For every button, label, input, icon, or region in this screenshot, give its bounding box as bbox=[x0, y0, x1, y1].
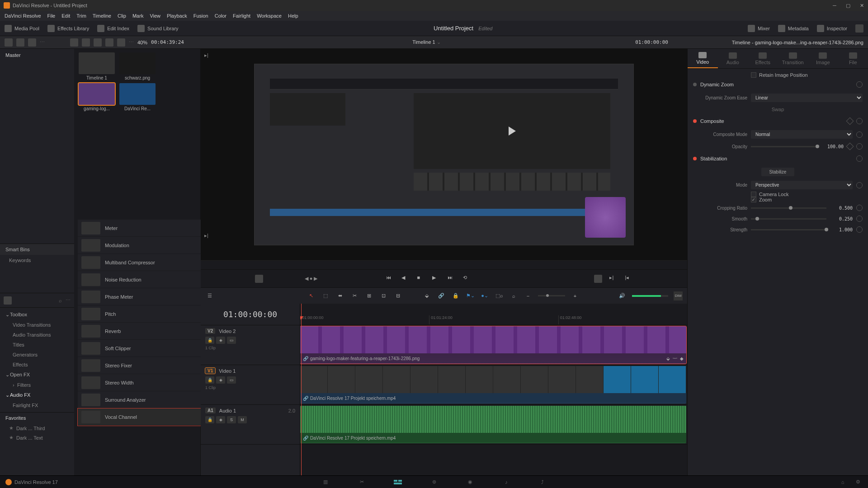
deliver-page-icon[interactable]: ⤴ bbox=[538, 479, 547, 486]
sort-icon[interactable] bbox=[117, 38, 125, 47]
mixer-toggle[interactable]: Mixer bbox=[748, 25, 770, 32]
nav-back-icon[interactable] bbox=[16, 38, 24, 47]
composite-enable[interactable] bbox=[693, 119, 697, 123]
mute-icon[interactable]: 🔊 bbox=[618, 291, 627, 300]
fx-search-icon[interactable]: ⌕ bbox=[59, 298, 62, 303]
fx-cat-filters[interactable]: ›Filters bbox=[0, 380, 74, 390]
zoom-in-icon[interactable]: + bbox=[571, 291, 580, 300]
opacity-value[interactable]: 100.00 bbox=[821, 144, 844, 149]
fav-dark-third[interactable]: ★Dark ... Third bbox=[0, 423, 74, 433]
search-icon[interactable] bbox=[105, 38, 113, 47]
a1-solo-button[interactable]: S bbox=[227, 416, 236, 423]
fx-panel-icon[interactable] bbox=[4, 296, 12, 305]
zoom-out-icon[interactable]: − bbox=[524, 291, 533, 300]
effects-library-toggle[interactable]: Effects Library bbox=[47, 25, 89, 32]
close-button[interactable]: ✕ bbox=[859, 3, 864, 8]
dim-button[interactable]: DIM bbox=[674, 291, 683, 300]
prev-frame-button[interactable]: ◀ bbox=[401, 275, 410, 283]
fx-stereo-fixer[interactable]: Stereo Fixer bbox=[78, 357, 204, 374]
home-icon[interactable]: ⌂ bbox=[838, 479, 847, 486]
menu-playback[interactable]: Playback bbox=[167, 13, 187, 19]
bin-view-icon[interactable] bbox=[5, 38, 13, 47]
menu-file[interactable]: File bbox=[47, 13, 56, 19]
cropping-ratio-value[interactable]: 0.500 bbox=[830, 206, 853, 211]
zoom-search-icon[interactable]: ⬚⌕ bbox=[495, 291, 504, 300]
v1-lock-button[interactable]: 🔒 bbox=[205, 376, 214, 384]
clip-davinci-video[interactable]: 🔗DaVinci Resolve 17 Projekt speichern.mp… bbox=[300, 366, 686, 404]
timeline-tc-display[interactable]: 01:00:00:00 bbox=[201, 304, 300, 325]
inspector-tab-effects[interactable]: Effects bbox=[748, 49, 778, 68]
match-frame-icon[interactable] bbox=[255, 275, 263, 283]
fx-noise-reduction[interactable]: Noise Reduction bbox=[78, 271, 204, 288]
timeline-view-options[interactable]: ☰ bbox=[205, 291, 214, 300]
fairlight-page-icon[interactable]: ♪ bbox=[502, 479, 511, 486]
minimize-button[interactable]: ─ bbox=[832, 3, 837, 8]
fx-cat-audio-transitions[interactable]: Audio Transitions bbox=[0, 330, 74, 340]
fx-cat-generators[interactable]: Generators bbox=[0, 350, 74, 360]
fx-soft-clipper[interactable]: Soft Clipper bbox=[78, 340, 204, 357]
selection-tool[interactable]: ↖ bbox=[307, 291, 316, 300]
skip-prev-icon[interactable]: ▸| bbox=[204, 52, 208, 58]
overwrite-tool[interactable]: ⊡ bbox=[379, 291, 388, 300]
smart-bins-header[interactable]: Smart Bins bbox=[0, 244, 74, 255]
cut-page-icon[interactable]: ✂ bbox=[357, 479, 366, 486]
menu-timeline[interactable]: Timeline bbox=[93, 13, 111, 19]
fx-cat-audiofx[interactable]: ⌄Audio FX bbox=[0, 390, 74, 400]
media-pool-toggle[interactable]: Media Pool bbox=[5, 25, 39, 32]
camera-lock-checkbox[interactable] bbox=[751, 192, 756, 197]
edit-page-icon[interactable] bbox=[393, 479, 402, 486]
viewer-mode-icon[interactable] bbox=[594, 275, 602, 283]
dynamic-zoom-header[interactable]: Dynamic Zoom bbox=[700, 82, 853, 87]
flag-dropdown[interactable]: ⚑⌄ bbox=[466, 291, 475, 300]
volume-slider[interactable] bbox=[632, 295, 668, 297]
menu-view[interactable]: View bbox=[150, 13, 160, 19]
fx-modulation[interactable]: Modulation bbox=[78, 237, 204, 254]
nav-fwd-icon[interactable] bbox=[28, 38, 36, 47]
media-davinci[interactable]: DaVinci Re... bbox=[118, 83, 156, 111]
menu-color[interactable]: Color bbox=[215, 13, 226, 19]
composite-keyframe[interactable] bbox=[846, 117, 854, 125]
last-frame-button[interactable]: ⏭ bbox=[448, 275, 456, 283]
v1-auto-select[interactable]: ◈ bbox=[216, 376, 225, 384]
color-page-icon[interactable]: ◉ bbox=[466, 479, 475, 486]
skip-next-icon[interactable]: ▸| bbox=[204, 233, 208, 239]
dynamic-zoom-reset[interactable] bbox=[856, 81, 863, 88]
timeline-viewer[interactable]: ▸| ▸| bbox=[201, 49, 687, 260]
master-bin[interactable]: Master bbox=[0, 49, 74, 61]
inspector-toggle[interactable]: Inspector bbox=[817, 25, 847, 32]
clip-gaming-logo[interactable]: 🔗gaming-logo-maker-featuring-a-reaper-17… bbox=[300, 326, 686, 364]
first-frame-button[interactable]: ⏮ bbox=[386, 275, 394, 283]
media-timeline1[interactable]: Timeline 1 bbox=[78, 52, 116, 80]
v1-disable-button[interactable]: ▭ bbox=[227, 376, 236, 384]
stabilization-reset[interactable] bbox=[856, 155, 863, 162]
fx-meter[interactable]: Meter bbox=[78, 220, 204, 237]
track-header-a1[interactable]: A1Audio 12.0 🔒◈SM bbox=[201, 405, 300, 445]
dynamic-zoom-ease-select[interactable]: Linear bbox=[751, 94, 863, 102]
v2-lock-button[interactable]: 🔒 bbox=[205, 337, 214, 344]
retain-image-checkbox[interactable] bbox=[751, 72, 756, 78]
strength-value[interactable]: 1.000 bbox=[830, 227, 853, 232]
fx-cat-effects[interactable]: Effects bbox=[0, 360, 74, 370]
project-settings-icon[interactable]: ⚙ bbox=[854, 479, 863, 486]
prev-marker-icon[interactable]: |◂ bbox=[625, 275, 633, 283]
composite-reset[interactable] bbox=[856, 118, 863, 124]
snapping-toggle[interactable]: ⬙ bbox=[422, 291, 431, 300]
a1-auto-select[interactable]: ◈ bbox=[216, 416, 225, 423]
trim-tool[interactable]: ⬚ bbox=[321, 291, 330, 300]
track-v2[interactable]: 🔗gaming-logo-maker-featuring-a-reaper-17… bbox=[300, 325, 687, 365]
zoom-checkbox[interactable]: ✓ bbox=[751, 197, 756, 202]
timeline-ruler[interactable]: 01:00:00:00 01:01:24:00 01:02:48:00 bbox=[300, 304, 687, 325]
viewer-canvas[interactable] bbox=[254, 64, 633, 245]
stabilization-header[interactable]: Stabilization bbox=[700, 156, 853, 161]
media-page-icon[interactable]: ▥ bbox=[321, 479, 330, 486]
clip-retime-icon[interactable]: 〰 bbox=[673, 356, 677, 361]
smooth-reset[interactable] bbox=[856, 216, 863, 222]
maximize-button[interactable]: ▢ bbox=[845, 3, 851, 8]
inspector-tab-image[interactable]: Image bbox=[808, 49, 838, 68]
fx-surround-analyzer[interactable]: Surround Analyzer bbox=[78, 391, 204, 408]
menu-fusion[interactable]: Fusion bbox=[193, 13, 208, 19]
fx-reverb[interactable]: Reverb bbox=[78, 323, 204, 340]
composite-mode-reset[interactable] bbox=[856, 131, 863, 138]
track-header-v2[interactable]: V2Video 2 🔒◈▭ 1 Clip bbox=[201, 325, 300, 365]
opacity-reset[interactable] bbox=[856, 143, 863, 150]
